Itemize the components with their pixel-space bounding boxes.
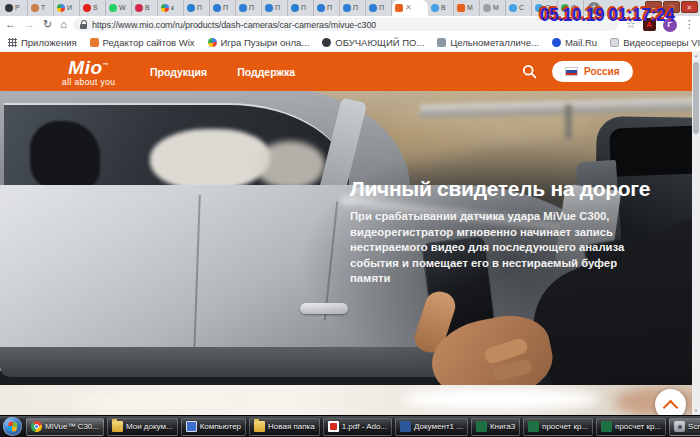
bookmark-label: Приложения [21,37,77,48]
tab-favicon-dark [5,4,13,12]
browser-tab[interactable]: П [314,0,340,16]
bookmark-item[interactable]: Видеосерверы VID... [610,37,700,48]
bookmark-item[interactable]: Цельнометалличе... [437,37,539,48]
browser-tab[interactable]: W [106,0,132,16]
bookmark-label: Цельнометалличе... [450,37,539,48]
tab-title: М [467,0,473,16]
taskbar-button-label: Компьютер [200,422,241,431]
site-nav-item[interactable]: Поддержка [237,66,295,78]
tab-title: П [197,0,202,16]
address-bar[interactable]: https://www.mio.com/ru/products/dash-cam… [73,18,618,31]
bookmark-items: Приложения Редактор сайтов Wix Игра Пузы… [8,37,700,48]
taskbar-button[interactable]: Мои докум... [107,418,178,436]
taskbar: MiVue™ C30... Мои докум... Компьютер Нов… [0,415,700,437]
tab-title: W [119,0,126,16]
tab-title: S [93,0,98,16]
tab-title: И [67,0,72,16]
taskbar-button[interactable]: просчет кр... [523,418,593,436]
browser-tab[interactable]: П [210,0,236,16]
site-nav-item[interactable]: Продукция [150,66,207,78]
hero-art-shape [565,105,572,139]
taskbar-button[interactable]: 1.pdf - Ado... [323,418,392,436]
next-section-preview [0,385,700,415]
browser-tab[interactable]: М [454,0,480,16]
taskbar-button[interactable]: MiVue™ C30... [26,418,104,436]
acrobat-icon [328,421,339,432]
close-button[interactable]: ✕ [681,1,698,13]
tab-favicon-blue [343,4,351,12]
bookmark-item[interactable]: Приложения [8,37,77,48]
browser-tab[interactable]: М [480,0,506,16]
browser-tab[interactable]: П [236,0,262,16]
screenmaster-icon [674,421,685,432]
hero-art-shape [30,121,100,191]
taskbar-button-label: Новая папка [268,422,315,431]
url-text: https://www.mio.com/ru/products/dash-cam… [92,20,376,30]
browser-tab[interactable]: ✕ [392,0,428,16]
browser-tab[interactable]: S [80,0,106,16]
trademark-symbol: ™ [103,62,110,68]
taskbar-button[interactable]: Книга3 [471,418,520,436]
site-header: Mio™ all about you Продукция Поддержка Р… [0,52,700,91]
browser-tab[interactable]: Р [2,0,28,16]
desktop: Р Т И S W [0,0,700,437]
browser-tab[interactable]: П [184,0,210,16]
screen-recorder-timestamp: 05.10.19 01:17:24 [540,5,675,26]
back-icon[interactable]: ← [5,16,16,33]
scroll-to-top-button[interactable] [655,389,686,415]
bookmarks-bar: Приложения Редактор сайтов Wix Игра Пузы… [0,33,700,52]
tab-title: П [249,0,254,16]
bookmark-item[interactable]: ОБУЧАЮЩИЙ ПО... [322,37,424,48]
tab-favicon-blue [213,4,221,12]
taskbar-button[interactable]: Документ1 ... [395,418,468,436]
search-icon[interactable] [522,64,537,79]
browser-tab[interactable]: к [158,0,184,16]
tab-title: Р [15,0,20,16]
browser-tab[interactable]: В [132,0,158,16]
refresh-icon[interactable]: ↻ [43,16,52,33]
browser-tab[interactable]: П [366,0,392,16]
taskbar-button[interactable]: Компьютер [181,418,246,436]
browser-tab[interactable]: Т [28,0,54,16]
scrollbar-thumb[interactable] [693,62,699,134]
page-scrollbar[interactable]: ▲ ▼ [692,52,700,415]
region-label: Россия [584,66,620,77]
bookmark-item[interactable]: Игра Пузыри онла... [208,37,310,48]
google-icon [208,38,217,47]
browser-tab[interactable]: П [288,0,314,16]
tab-favicon-blue [317,4,325,12]
tab-title: к [171,0,174,16]
tab-title: П [301,0,306,16]
forward-icon[interactable]: → [24,16,35,33]
taskbar-button-label: MiVue™ C30... [45,422,99,431]
scrollbar-down-icon[interactable]: ▼ [694,407,698,415]
logo-tagline: all about you [62,77,115,87]
scrollbar-up-icon[interactable]: ▲ [694,52,698,60]
taskbar-button[interactable]: ScreenMaster [669,418,700,436]
browser-tab[interactable]: И [54,0,80,16]
tab-favicon-orange [457,4,465,12]
bookmark-item[interactable]: Редактор сайтов Wix [90,37,195,48]
browser-tab[interactable]: В [428,0,454,16]
tab-title: ✕ [405,0,412,16]
taskbar-button-label: просчет кр... [615,422,661,431]
browser-tab[interactable]: С [506,0,532,16]
site-nav: Продукция Поддержка [150,52,295,91]
taskbar-button-label: Книга3 [490,422,515,431]
bookmark-item[interactable]: Mail.Ru [552,37,597,48]
tab-title: П [223,0,228,16]
taskbar-button[interactable]: Новая папка [249,418,320,436]
bookmark-label: Игра Пузыри онла... [221,37,310,48]
browser-tab[interactable]: П [340,0,366,16]
mio-logo[interactable]: Mio™ all about you [62,56,115,87]
start-button[interactable] [3,417,22,436]
home-icon[interactable]: ⌂ [60,16,67,33]
browser-tab[interactable]: П [262,0,288,16]
taskbar-button-label: 1.pdf - Ado... [342,422,387,431]
browser-menu-icon[interactable]: ⋮ [684,18,695,31]
mio-favicon [395,4,403,12]
region-selector[interactable]: Россия [552,61,633,82]
taskbar-button-label: Документ1 ... [414,422,463,431]
taskbar-button-label: Мои докум... [126,422,173,431]
taskbar-button[interactable]: просчет кр... [596,418,666,436]
